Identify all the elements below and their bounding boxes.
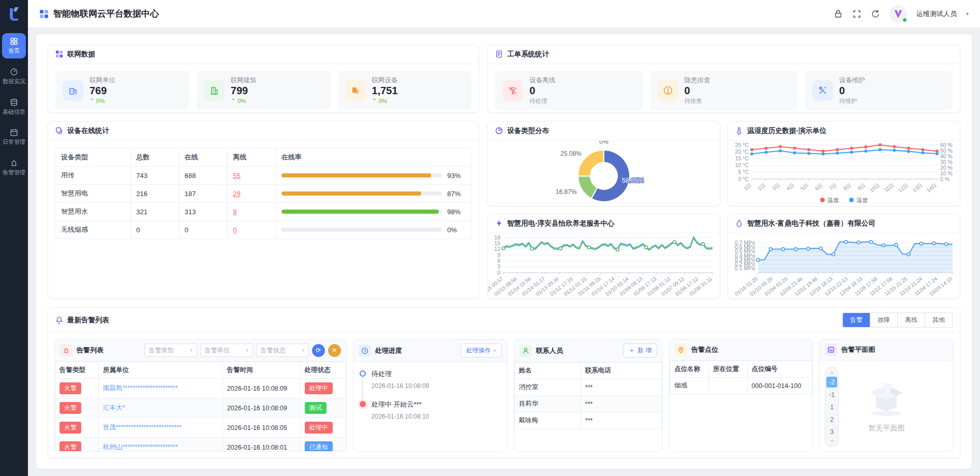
stat-label: 隐患排查 [685, 76, 710, 85]
alarm-status-select[interactable]: 告警状态▿ [256, 344, 309, 357]
chart-legend[interactable]: 温度湿度 [728, 197, 960, 204]
grid-icon [2, 37, 26, 46]
tab-other[interactable]: 其他 [925, 313, 952, 327]
svg-text:1日: 1日 [743, 182, 752, 191]
online-rate-bar [281, 191, 442, 196]
contact-row: 消控室*** [514, 379, 662, 396]
unit-link[interactable]: 南昌凯********************** [103, 384, 204, 393]
database-icon [2, 98, 26, 107]
stat-tile-hazard: 隐患排查 0 待排查 [650, 71, 798, 110]
svg-text:12日: 12日 [897, 182, 909, 194]
sidebar-item-live-data[interactable]: 数据实况 [2, 64, 26, 89]
svg-text:8日: 8日 [842, 182, 852, 191]
bell-icon [55, 316, 64, 324]
tab-fault[interactable]: 故障 [870, 313, 897, 327]
svg-text:2日: 2日 [757, 182, 767, 191]
avatar[interactable] [889, 5, 907, 23]
svg-text:20 °C: 20 °C [735, 148, 749, 155]
status-badge: 测试 [305, 402, 326, 414]
offline-count-link[interactable]: 8 [233, 208, 236, 216]
content-container: 联网数据 联网单位 769 ⌃ 0% 联网建筑 799 ⌃ 0% [36, 34, 972, 469]
card-title: 智慧用电-淳安县怡欣养老服务中心 [507, 219, 614, 228]
process-action-button[interactable]: 处理操作▿ [461, 344, 502, 358]
offline-count-link[interactable]: 29 [233, 190, 240, 198]
progress-timeline: 待处理 2026-01-16 10:08:09 处理中 开始云*** 2026-… [353, 362, 507, 427]
sidebar-item-daily-mgmt[interactable]: 日常管理 [2, 124, 26, 150]
tab-offline[interactable]: 离线 [897, 313, 925, 327]
card-title: 工单系统统计 [507, 50, 549, 59]
lock-icon[interactable] [834, 9, 843, 19]
unit-link[interactable]: 杭州山********************** [103, 443, 204, 451]
alarm-row: 火警 南昌凯********************** 2026-01-16 … [55, 379, 346, 398]
unit-link[interactable]: 汇丰大* [103, 404, 204, 412]
refresh-icon[interactable] [871, 9, 880, 19]
contact-row: 戴咏梅*** [514, 412, 662, 429]
card-title: 智慧用水-富鼎电子科技（嘉善）有限公司 [747, 219, 875, 228]
temp-humidity-line-chart: 0 °C5 °C10 °C15 °C20 °C25 °C0 %10 %20 %3… [728, 141, 960, 206]
network-data-card: 联网数据 联网单位 769 ⌃ 0% 联网建筑 799 ⌃ 0% [48, 44, 479, 113]
chevron-down-icon[interactable]: ▾ [966, 11, 969, 17]
sidebar-item-home[interactable]: 首页 [2, 33, 26, 58]
refresh-button[interactable]: ⟳ [312, 344, 325, 357]
warning-icon [658, 80, 678, 101]
stat-delta: 0% [237, 98, 246, 104]
gauge-icon [2, 68, 26, 76]
tab-alarm[interactable]: 告警 [843, 313, 870, 327]
stat-label: 联网建筑 [231, 76, 257, 85]
offline-count-link[interactable]: 55 [233, 172, 240, 180]
svg-text:10 %: 10 % [940, 170, 953, 176]
stat-sub: 待排查 [685, 97, 710, 105]
svg-text:3: 3 [498, 263, 501, 270]
card-title: 温湿度历史数据-演示单位 [747, 126, 826, 136]
panel-title: 联系人员 [536, 346, 563, 355]
svg-text:50 %: 50 % [940, 147, 953, 154]
app-logo[interactable] [5, 5, 23, 23]
device-online-card: 设备在线统计 设备类型 总数 在线 离线 在线率 用传 743 688 55 [48, 121, 479, 299]
col-header: 处理状态 [300, 362, 346, 379]
offline-count-link[interactable]: 0 [233, 226, 236, 234]
col-header: 设备类型 [56, 148, 131, 167]
add-contact-button[interactable]: ＋新 增 [623, 344, 657, 358]
alarm-unit-select[interactable]: 告警单位▿ [200, 344, 253, 357]
stat-tile-offline: 设备离线 0 待处理 [495, 71, 643, 110]
alarm-type-badge: 火警 [60, 382, 81, 394]
user-name[interactable]: 运维测试人员 [916, 9, 957, 19]
fullscreen-icon[interactable] [852, 9, 862, 19]
unit-link[interactable]: 世茂************************** [103, 423, 204, 432]
col-header: 在线率 [276, 148, 471, 167]
svg-text:60 %: 60 % [940, 142, 953, 148]
thermometer-icon [735, 127, 744, 135]
svg-text:16.87%: 16.87% [556, 188, 577, 196]
up-arrow-icon: ⌃ [231, 98, 237, 104]
clear-button[interactable]: ✕ [328, 344, 341, 357]
timeline-step: 处理中 开始云*** 2026-01-16 10:08:10 [360, 400, 501, 420]
empty-box-icon [862, 379, 911, 418]
col-header: 离线 [228, 148, 276, 167]
svg-text:18: 18 [495, 234, 501, 241]
stack-icon [55, 127, 64, 135]
svg-text:30 %: 30 % [940, 159, 953, 165]
sidebar-item-alarm-mgmt[interactable]: 告警管理 [2, 155, 26, 180]
online-rate-bar [281, 173, 442, 177]
stat-tile-devices: 联网设备 1,751 ⌃ 0% [338, 71, 472, 110]
floorplan-panel: 告警平面图 ▲ -2 -1 1 2 3 ▼ [819, 339, 954, 452]
panel-title: 处理进度 [375, 346, 402, 355]
svg-text:13日: 13日 [911, 182, 923, 194]
lightning-icon [495, 219, 503, 228]
alarm-type-select[interactable]: 告警类型▿ [144, 344, 197, 357]
stat-label: 设备离线 [529, 76, 555, 85]
alarm-row: 火警 世茂************************** 2026-01-… [55, 418, 346, 438]
chevron-down-icon: ▿ [302, 348, 304, 353]
page-title: 智能物联网云平台数据中心 [53, 8, 159, 20]
device-type-donut-chart: 58.05%16.87%25.08%0% [488, 141, 720, 206]
svg-text:12: 12 [495, 246, 501, 252]
document-icon [495, 50, 503, 58]
table-row: 无线烟感 0 0 0 0% [56, 221, 471, 239]
sidebar-item-base-info[interactable]: 基础信息 [2, 94, 26, 120]
svg-text:5日: 5日 [800, 182, 810, 191]
stat-value: 1,751 [372, 85, 398, 97]
svg-text:10日: 10日 [869, 182, 881, 194]
card-title: 设备在线统计 [67, 126, 109, 136]
alarm-points-panel: 告警点位 点位名称 所在位置 点位编号 烟感 000-001-014-100 [669, 339, 813, 452]
app-grid-icon [39, 9, 49, 19]
